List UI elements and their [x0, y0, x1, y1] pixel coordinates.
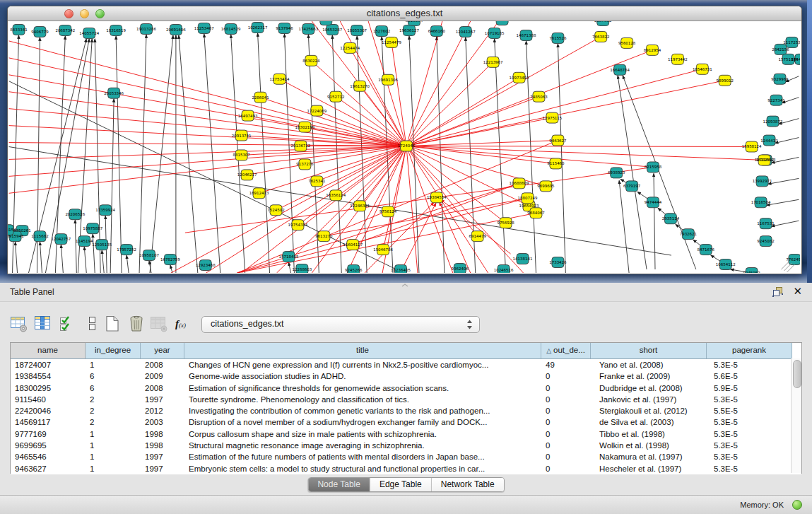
memory-status-indicator[interactable] [792, 500, 802, 510]
graph-edge[interactable] [9, 58, 406, 146]
graph-edge[interactable] [406, 97, 539, 146]
graph-edge[interactable] [16, 242, 18, 273]
graph-edge[interactable] [406, 146, 488, 273]
graph-edge[interactable] [237, 213, 536, 273]
show-columns-icon[interactable] [34, 315, 52, 333]
network-canvas[interactable]: 8433341940677920687342140557241831651919… [8, 21, 800, 273]
graph-edge[interactable] [93, 234, 95, 273]
graph-edge[interactable] [139, 35, 146, 273]
graph-edge[interactable] [406, 37, 601, 146]
graph-edge[interactable] [336, 97, 406, 146]
graph-node-label: 8350261 [13, 228, 30, 233]
table-row[interactable]: 1938455462009Genome-wide association stu… [11, 370, 801, 382]
scrollbar-thumb[interactable] [793, 360, 801, 388]
column-header-out-de-[interactable]: △out_de... [541, 343, 591, 358]
network-window-titlebar[interactable]: citations_edges.txt [8, 6, 801, 21]
graph-edge[interactable] [775, 138, 799, 144]
table-vertical-scrollbar[interactable] [791, 358, 801, 473]
graph-edge[interactable] [288, 262, 290, 273]
column-header-title[interactable]: title [184, 343, 541, 358]
table-row[interactable]: 1872400712008Changes of HCN gene express… [11, 359, 801, 370]
graph-edge[interactable] [767, 199, 799, 205]
graph-edge[interactable] [495, 39, 506, 273]
table-row[interactable]: 1456911722003Disruption of a novel membe… [11, 416, 801, 428]
tab-network-table[interactable]: Network Table [432, 478, 504, 491]
graph-edge[interactable] [406, 69, 702, 146]
graph-node-label: 2842156 [772, 47, 789, 52]
graph-node-label: 9756124 [379, 209, 397, 214]
delete-table-icon[interactable] [127, 315, 146, 333]
splitter-collapse-handle[interactable] [400, 284, 410, 288]
table-settings-icon[interactable] [10, 315, 28, 333]
column-header-year[interactable]: year [141, 343, 184, 358]
graph-edge[interactable] [9, 41, 406, 146]
graph-edge[interactable] [768, 178, 799, 184]
graph-edge[interactable] [406, 146, 418, 273]
graph-edge[interactable] [95, 39, 100, 273]
graph-edge[interactable] [170, 265, 172, 273]
close-window-icon[interactable] [64, 9, 73, 18]
graph-edge[interactable] [406, 146, 765, 160]
column-header-in-degree[interactable]: in_degree [86, 343, 141, 358]
select-rows-icon[interactable] [58, 315, 76, 333]
minimize-window-icon[interactable] [80, 9, 89, 18]
tab-edge-table[interactable]: Edge Table [370, 478, 432, 491]
graph-edge[interactable] [392, 42, 406, 146]
graph-node-label: 7762495 [786, 257, 800, 262]
graph-edge[interactable] [406, 50, 652, 146]
graph-edge[interactable] [406, 146, 524, 273]
graph-edge[interactable] [204, 34, 220, 273]
graph-edge[interactable] [276, 146, 406, 211]
cell-name: 9115460 [11, 394, 86, 405]
table-row[interactable]: 969969511998Structural magnetic resonanc… [11, 440, 801, 451]
graph-edge[interactable] [772, 221, 799, 226]
graph-edge[interactable] [126, 255, 129, 273]
graph-node-label: 15718485 [279, 255, 299, 259]
create-table-icon[interactable] [103, 315, 122, 333]
table-row[interactable]: 1830029562008Estimation of significance … [11, 382, 801, 394]
cell-name: 9777169 [11, 428, 86, 440]
maximize-window-icon[interactable] [95, 9, 105, 18]
citation-network-graph[interactable]: 8433341940677920687342140557241831651919… [8, 21, 800, 273]
network-window: citations_edges.txt 84333419406779206873… [7, 6, 802, 274]
graph-edge[interactable] [75, 220, 76, 273]
table-row[interactable]: 946554611997Estimation of the future num… [11, 451, 801, 462]
graph-edge[interactable] [179, 35, 198, 273]
graph-edge[interactable] [248, 116, 406, 146]
graph-edge[interactable] [9, 146, 406, 160]
graph-edge[interactable] [623, 76, 696, 269]
float-panel-icon[interactable] [772, 286, 784, 298]
graph-edge[interactable] [619, 180, 629, 273]
column-header-label: title [356, 346, 369, 354]
table-row[interactable]: 946362711997Embryonic stem cells: a mode… [11, 463, 801, 474]
graph-edge[interactable] [406, 146, 752, 147]
import-table-icon[interactable] [150, 315, 168, 333]
graph-node-label: 15958124 [742, 144, 762, 148]
close-panel-icon[interactable]: ✕ [793, 285, 802, 298]
graph-edge[interactable] [258, 33, 270, 273]
graph-edge[interactable] [116, 36, 122, 273]
graph-edge[interactable] [406, 62, 493, 146]
graph-edge[interactable] [406, 81, 725, 146]
function-builder-icon[interactable]: f(x) [175, 317, 194, 336]
table-row[interactable]: 977716911998Corpus callosum shape and si… [11, 428, 801, 440]
table-row[interactable]: 911546021997Tourette syndrome. Phenomeno… [11, 394, 801, 405]
column-header-name[interactable]: name [11, 343, 86, 358]
graph-edge[interactable] [406, 21, 471, 146]
graph-node-label: 1117253 [783, 40, 800, 45]
row-height-icon[interactable] [83, 315, 102, 333]
table-selector-dropdown[interactable]: citations_edges.txt [201, 316, 480, 333]
column-header-pagerank[interactable]: pagerank [707, 343, 792, 358]
table-row[interactable]: 2242004622012Investigating the contribut… [11, 405, 801, 416]
graph-edge[interactable] [40, 242, 42, 273]
graph-edge[interactable] [406, 21, 499, 146]
graph-edge[interactable] [9, 92, 406, 146]
graph-edge[interactable] [102, 250, 104, 273]
graph-edge[interactable] [654, 173, 655, 269]
graph-edge[interactable] [61, 245, 63, 273]
graph-node-label: 19691306 [378, 78, 398, 82]
column-header-short[interactable]: short [591, 343, 707, 358]
graph-edge[interactable] [284, 34, 294, 273]
graph-edge[interactable] [84, 247, 86, 273]
tab-node-table[interactable]: Node Table [308, 478, 370, 491]
